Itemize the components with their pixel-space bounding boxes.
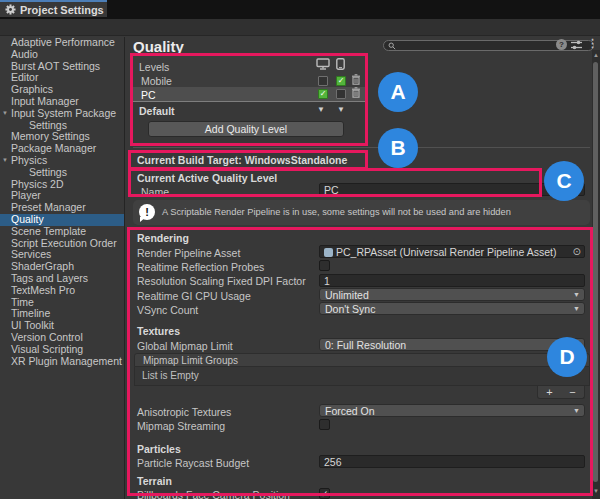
annotation-box-b bbox=[128, 150, 368, 170]
sidebar-item-tags-and-layers[interactable]: Tags and Layers bbox=[0, 273, 124, 285]
search-icon bbox=[388, 42, 396, 50]
annotation-badge-c: C bbox=[544, 161, 584, 201]
kebab-menu-icon[interactable]: ⋮ bbox=[587, 37, 598, 50]
annotation-box-a bbox=[130, 53, 368, 146]
annotation-badge-a: A bbox=[378, 72, 418, 112]
sidebar-item-xr-plugin-management[interactable]: XR Plugin Management bbox=[0, 356, 124, 368]
settings-toolbar bbox=[0, 19, 600, 36]
sidebar-item-version-control[interactable]: Version Control bbox=[0, 332, 124, 344]
tab-bar: Project Settings bbox=[0, 0, 600, 19]
search-input[interactable] bbox=[399, 41, 579, 50]
help-icon[interactable]: ? bbox=[556, 39, 567, 50]
scrollbar-thumb[interactable] bbox=[593, 62, 598, 482]
warning-box: ! A Scriptable Render Pipeline is in use… bbox=[133, 200, 590, 225]
scroll-up-icon[interactable]: ▲ bbox=[592, 52, 600, 58]
sidebar-item-label: Input System Package bbox=[11, 107, 116, 119]
sidebar-item-physics-settings[interactable]: Settings bbox=[0, 167, 124, 179]
foldout-icon[interactable]: ▼ bbox=[2, 108, 8, 120]
annotation-badge-b: B bbox=[378, 128, 418, 168]
gear-icon bbox=[5, 4, 16, 15]
project-settings-window: Project Settings Adaptive Performance Au… bbox=[0, 0, 600, 499]
sidebar-item-physics[interactable]: ▼Physics bbox=[0, 155, 124, 167]
annotation-badge-d: D bbox=[547, 337, 587, 377]
annotation-box-d bbox=[127, 227, 593, 496]
sidebar: Adaptive Performance Audio Burst AOT Set… bbox=[0, 37, 125, 499]
tab-project-settings[interactable]: Project Settings bbox=[0, 0, 107, 17]
sidebar-item-audio[interactable]: Audio bbox=[0, 49, 124, 61]
sidebar-item-scene-template[interactable]: Scene Template bbox=[0, 226, 124, 238]
warning-text: A Scriptable Render Pipeline is in use, … bbox=[162, 207, 511, 217]
tab-title: Project Settings bbox=[20, 4, 104, 16]
sidebar-item-label: Physics bbox=[11, 154, 47, 166]
warning-icon: ! bbox=[139, 204, 155, 220]
foldout-icon[interactable]: ▼ bbox=[2, 155, 8, 167]
sidebar-item-quality[interactable]: Quality bbox=[0, 214, 124, 226]
presets-icon[interactable] bbox=[571, 40, 582, 50]
annotation-box-c bbox=[128, 168, 542, 197]
section-divider bbox=[133, 147, 590, 148]
scroll-down-icon[interactable]: ▼ bbox=[592, 488, 600, 494]
sidebar-item-textmesh-pro[interactable]: TextMesh Pro bbox=[0, 285, 124, 297]
sidebar-item-visual-scripting[interactable]: Visual Scripting bbox=[0, 344, 124, 356]
sidebar-item-input-system-package[interactable]: ▼Input System Package bbox=[0, 108, 124, 120]
